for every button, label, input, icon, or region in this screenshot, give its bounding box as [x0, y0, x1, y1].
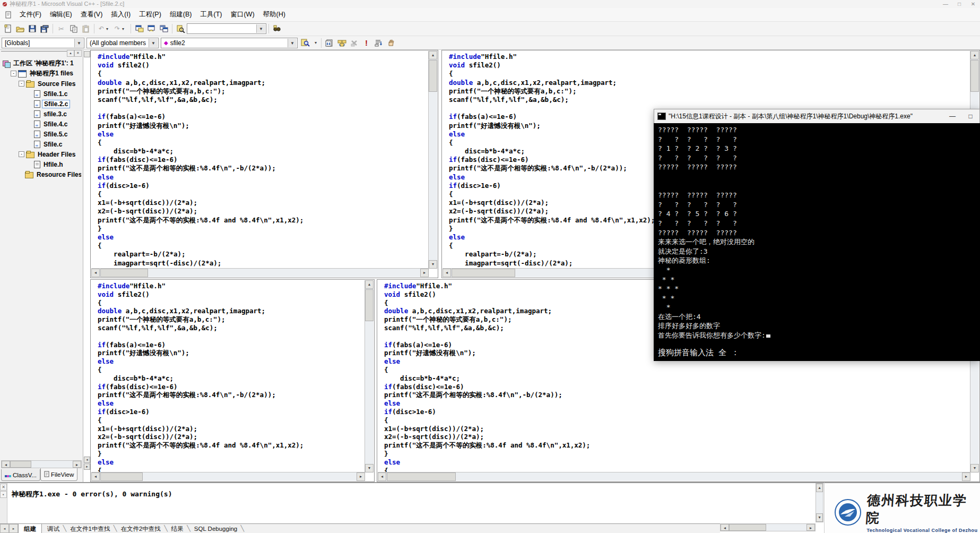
tab-fileview[interactable]: FileView: [40, 468, 77, 481]
tab-label: FileView: [51, 471, 74, 478]
wizard-action-icon[interactable]: [298, 37, 313, 49]
expander-icon[interactable]: -: [11, 71, 16, 76]
menu-item[interactable]: 插入(I): [107, 8, 135, 21]
chevron-down-icon[interactable]: ▼: [288, 39, 297, 47]
build-icon[interactable]: [336, 37, 348, 49]
output-horizontal-scrollbar[interactable]: ◂ ▸: [720, 523, 816, 531]
scroll-left-icon[interactable]: ◂: [721, 524, 729, 531]
compile-icon[interactable]: [324, 37, 336, 49]
console-minimize-button[interactable]: —: [943, 113, 961, 120]
tree-folder[interactable]: Resource Files: [2, 169, 81, 179]
output-tab-5[interactable]: 结果╲: [166, 524, 189, 533]
close-button[interactable]: ✕: [966, 0, 980, 8]
output-window-button[interactable]: [145, 23, 158, 35]
tree-project[interactable]: -神秘程序1 files: [2, 68, 81, 79]
vertical-scrollbar[interactable]: ▴▾: [428, 51, 437, 269]
workspace-horizontal-scrollbar[interactable]: ◂ ▸: [1, 460, 82, 468]
tree-folder[interactable]: -Header Files: [2, 149, 81, 159]
editor-pane-bottom-left[interactable]: #include"Hfile.h"void sfile2(){double a,…: [90, 279, 375, 482]
find-combobox[interactable]: ▼: [187, 23, 266, 34]
tree-file[interactable]: Sfile.5.c: [2, 129, 81, 139]
close-icon[interactable]: ✕: [0, 484, 7, 491]
go-icon[interactable]: [372, 37, 385, 49]
tree-root-workspace[interactable]: 工作区 '神秘程序1': 1: [2, 58, 81, 68]
folder-icon: [26, 152, 34, 158]
tabs-scroll-left-icon[interactable]: ◂: [0, 524, 9, 533]
chevron-down-icon[interactable]: ▼: [149, 39, 158, 47]
dock-icon[interactable]: ▪: [0, 491, 7, 498]
console-window[interactable]: "H:\15信息1课程设计 - 副本 - 副本\第八组\神秘程序1\神秘程序1\…: [654, 109, 980, 361]
expander-icon[interactable]: -: [19, 81, 24, 87]
menu-item[interactable]: 查看(V): [76, 8, 107, 21]
tree-file[interactable]: Hfile.h: [2, 159, 81, 169]
output-tab-3[interactable]: 在文件1中查找╲: [65, 524, 115, 533]
chevron-down-icon[interactable]: ▼: [256, 24, 265, 33]
tree-folder[interactable]: -Source Files: [2, 79, 81, 89]
splitter-box[interactable]: [84, 51, 90, 57]
find-in-files-icon[interactable]: [175, 23, 187, 35]
scroll-right-icon[interactable]: ▸: [806, 524, 815, 531]
scroll-right-icon[interactable]: ▸: [73, 461, 81, 468]
console-title-bar[interactable]: "H:\15信息1课程设计 - 副本 - 副本\第八组\神秘程序1\神秘程序1\…: [654, 109, 980, 123]
output-vertical-scrollbar[interactable]: ▴▾: [816, 483, 823, 522]
close-icon[interactable]: ✕: [74, 50, 82, 57]
menu-item[interactable]: 工具(T): [196, 8, 226, 21]
expander-icon[interactable]: -: [19, 151, 24, 157]
splitter-box[interactable]: ▸: [84, 463, 90, 470]
undo-icon[interactable]: ↶▾: [97, 23, 112, 35]
tree-file[interactable]: Sfile.2.c: [2, 99, 81, 109]
minimize-button[interactable]: —: [939, 0, 952, 8]
pin-icon[interactable]: ▴: [67, 50, 74, 57]
menu-item[interactable]: 组建(B): [166, 8, 196, 21]
search-icon[interactable]: [271, 23, 283, 35]
paste-button[interactable]: [80, 23, 92, 35]
save-all-button[interactable]: [38, 23, 50, 35]
workspace-window-button[interactable]: [133, 23, 145, 35]
menu-item[interactable]: 工程(P): [135, 8, 166, 21]
tree-file[interactable]: sfile.3.c: [2, 109, 81, 119]
scroll-left-icon[interactable]: ◂: [2, 461, 10, 468]
tree-file[interactable]: Sfile.c: [2, 139, 81, 149]
menu-item[interactable]: 文件(F): [15, 8, 46, 21]
menu-item[interactable]: 帮助(H): [259, 8, 290, 21]
horizontal-scrollbar[interactable]: ◂▸: [91, 268, 429, 277]
menu-item[interactable]: 编辑(E): [46, 8, 76, 21]
menu-item[interactable]: 窗口(W): [226, 8, 258, 21]
scope-combobox[interactable]: [Globals] ▼: [2, 38, 84, 48]
horizontal-scrollbar[interactable]: ◂▸: [378, 472, 970, 481]
window-list-button[interactable]: [158, 23, 170, 35]
code-view[interactable]: #include"Hfile.h"void sfile2(){double a,…: [98, 53, 429, 269]
tree-file[interactable]: Sfile.1.c: [2, 89, 81, 99]
horizontal-scrollbar[interactable]: ◂▸: [91, 472, 365, 481]
members-combobox[interactable]: (All global members ▼: [86, 38, 159, 48]
console-maximize-button[interactable]: □: [961, 113, 979, 120]
tabs-scroll-right-icon[interactable]: ▸: [9, 524, 18, 533]
tab-classview[interactable]: ClassV...: [1, 469, 40, 481]
open-file-button[interactable]: [14, 23, 26, 35]
new-file-button[interactable]: [2, 23, 14, 35]
copy-button[interactable]: [67, 23, 80, 35]
code-line: printf("这不是两个相等的实根:%8.4f\n",-b/(2*a));: [98, 164, 429, 173]
console-body[interactable]: ????? ????? ?????? ? ? ? ? ?? 1 ? ? 2 ? …: [654, 123, 980, 361]
redo-icon[interactable]: ↷▾: [112, 23, 128, 35]
function-combobox[interactable]: ◆ sfile2 ▼: [161, 38, 298, 48]
tree-file[interactable]: Sfile.4.c: [2, 119, 81, 129]
execute-program-icon[interactable]: !: [360, 37, 372, 49]
breakpoint-hand-icon[interactable]: [385, 37, 397, 49]
editor-pane-top-left[interactable]: #include"Hfile.h"void sfile2(){double a,…: [90, 50, 438, 278]
chevron-down-icon[interactable]: ▼: [74, 39, 83, 47]
output-tab-6[interactable]: SQL Debugging╲: [189, 524, 242, 533]
output-tab-4[interactable]: 在文件2中查找╲: [115, 524, 166, 533]
maximize-button[interactable]: □: [952, 0, 966, 8]
code-view[interactable]: #include"Hfile.h"void sfile2(){double a,…: [98, 282, 365, 472]
wizard-action-dropdown[interactable]: ▾: [313, 40, 319, 45]
stop-build-icon[interactable]: [348, 37, 360, 49]
save-button[interactable]: [26, 23, 38, 35]
cut-icon[interactable]: ✂: [55, 23, 67, 35]
output-tab-2[interactable]: 调试╲: [42, 524, 65, 533]
workspace-grip[interactable]: ▴ ✕: [1, 51, 82, 57]
splitter-box[interactable]: ◂: [84, 457, 90, 463]
output-tab-1[interactable]: 组建: [18, 524, 42, 533]
file-icon: [34, 121, 40, 128]
vertical-scrollbar[interactable]: ▴▾: [365, 280, 374, 472]
